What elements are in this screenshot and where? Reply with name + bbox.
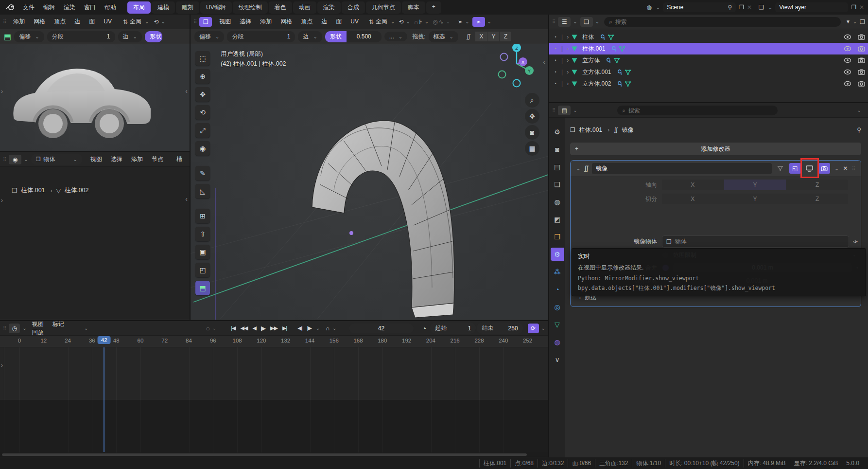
- previous-frame-button[interactable]: ◀|: [295, 324, 304, 333]
- new-collection-icon[interactable]: ❐: [860, 18, 865, 25]
- transform-orientation-dropdown[interactable]: 全局: [375, 16, 388, 28]
- bevel-shape-toggle[interactable]: 形状: [145, 31, 162, 42]
- playback-sync-toggle[interactable]: ⟳: [528, 324, 539, 333]
- properties-tab[interactable]: ⚙: [551, 125, 564, 138]
- bevel-segments-field[interactable]: 分段1: [47, 31, 115, 42]
- modifier-wrench-icon[interactable]: [615, 81, 622, 87]
- chevron-down-icon[interactable]: ⌄: [573, 19, 577, 24]
- disable-in-render-camera-icon[interactable]: [858, 34, 865, 40]
- properties-tab[interactable]: ◍: [551, 335, 564, 348]
- tool-button[interactable]: ✎: [195, 166, 210, 180]
- chevron-down-icon[interactable]: ⌄: [406, 19, 410, 24]
- breadcrumb-object[interactable]: 柱体.001: [579, 126, 602, 134]
- slot-menu[interactable]: 槽: [172, 153, 187, 165]
- viewport-menu-item[interactable]: 顶点: [50, 16, 70, 27]
- timeline-editor-type-icon[interactable]: ◷: [9, 324, 20, 333]
- workspace-tab[interactable]: 纹理绘制: [233, 1, 268, 14]
- play-reverse-button[interactable]: ◀: [250, 324, 258, 333]
- viewport-menu-item[interactable]: 面: [85, 16, 99, 27]
- properties-tab[interactable]: ◙: [551, 143, 564, 156]
- bevel-shape-toggle[interactable]: 形状: [325, 31, 347, 42]
- outliner-row[interactable]: • | › 立方体: [549, 54, 868, 66]
- pin-icon[interactable]: ⚲: [857, 126, 861, 133]
- shader-editor-type-icon[interactable]: ◉: [9, 155, 21, 164]
- viewlayer-selector[interactable]: ViewLayer: [775, 2, 848, 12]
- pivot-point-icon[interactable]: ⟲: [399, 18, 403, 25]
- viewport-menu-item[interactable]: UV: [99, 16, 116, 27]
- expand-row-icon[interactable]: ›: [567, 69, 569, 75]
- outliner-search[interactable]: ⌕: [604, 17, 841, 27]
- bisect-toggle[interactable]: X: [662, 194, 724, 204]
- chevron-down-icon[interactable]: ⌄: [212, 325, 216, 331]
- workspace-tab[interactable]: UV编辑: [200, 1, 232, 14]
- filter-icon[interactable]: ▼: [846, 19, 851, 24]
- expand-toolbar-icon[interactable]: ›: [1, 88, 3, 95]
- chevron-down-icon[interactable]: ⌄: [446, 19, 450, 24]
- drag-handle-icon[interactable]: ⠿: [193, 19, 196, 24]
- mesh-data-icon[interactable]: [613, 57, 620, 64]
- workspace-tab[interactable]: 布局: [127, 1, 151, 14]
- mesh-data-icon[interactable]: [619, 46, 625, 52]
- chevron-down-icon[interactable]: ⌄: [595, 19, 599, 24]
- viewport-menu-item[interactable]: 选择: [235, 16, 256, 27]
- properties-editor-type-icon[interactable]: ▤: [558, 106, 571, 115]
- workspace-tab[interactable]: 渲染: [317, 1, 341, 14]
- hide-in-viewport-eye-icon[interactable]: [844, 46, 851, 52]
- collapse-sidebar-icon[interactable]: ‹: [185, 195, 188, 203]
- add-modifier-button[interactable]: + 添加修改器: [570, 143, 861, 155]
- timeline-ruler[interactable]: 0122436424860728496108120132144156168180…: [0, 336, 548, 347]
- drag-handle-icon[interactable]: ⠿: [3, 19, 6, 24]
- tool-extra-options[interactable]: ...⌄: [384, 32, 407, 41]
- properties-tab[interactable]: ◍: [551, 195, 564, 208]
- shader-menu-item[interactable]: 添加: [127, 154, 147, 164]
- properties-tab[interactable]: ◎: [551, 300, 564, 313]
- bisect-toggle[interactable]: Y: [724, 194, 786, 204]
- tool-button[interactable]: ⊞: [195, 209, 210, 223]
- modifier-extras-menu-icon[interactable]: ⌄: [834, 165, 839, 172]
- workspace-tab[interactable]: 着色: [269, 1, 292, 14]
- breadcrumb-object[interactable]: 柱体.001: [21, 186, 45, 195]
- mirror-axis-toggle[interactable]: X: [475, 32, 487, 41]
- timeline-menu-item[interactable]: 标记: [48, 321, 69, 329]
- chevron-down-icon[interactable]: ⌄: [145, 19, 149, 24]
- chevron-down-icon[interactable]: ⌄: [332, 325, 336, 331]
- properties-tab[interactable]: ⁂: [551, 265, 564, 278]
- hide-in-viewport-eye-icon[interactable]: [844, 69, 851, 75]
- show-gizmo-icon[interactable]: ➣: [458, 18, 463, 25]
- topbar-menu-item[interactable]: 渲染: [59, 1, 80, 14]
- tool-button[interactable]: ⬒: [195, 281, 210, 295]
- modifier-wrench-icon[interactable]: [604, 57, 611, 64]
- tool-button[interactable]: ✥: [195, 87, 210, 102]
- tool-button[interactable]: ◺: [195, 184, 210, 198]
- chevron-down-icon[interactable]: ⌄: [316, 325, 320, 331]
- chevron-down-icon[interactable]: ⌄: [768, 5, 772, 10]
- viewport-menu-item[interactable]: UV: [346, 16, 363, 27]
- tool-button[interactable]: ⊕: [195, 69, 210, 84]
- axis-toggle[interactable]: Y: [724, 180, 786, 190]
- hide-in-viewport-eye-icon[interactable]: [844, 34, 851, 40]
- viewport-menu-item[interactable]: 面: [331, 16, 346, 27]
- expand-row-icon[interactable]: ›: [567, 57, 569, 64]
- modifier-wrench-icon[interactable]: [609, 46, 616, 52]
- drag-handle-icon[interactable]: ⠿: [3, 325, 6, 331]
- bevel-shape-value[interactable]: 0.500: [347, 31, 382, 42]
- collapse-sidebar-icon[interactable]: ‹: [543, 58, 545, 66]
- topbar-menu-item[interactable]: 帮助: [100, 1, 121, 14]
- proportional-edit-icon[interactable]: ◎: [433, 18, 437, 25]
- properties-search[interactable]: ⌕: [617, 106, 778, 115]
- jump-to-start-button[interactable]: |◀: [229, 324, 237, 333]
- breadcrumb-data[interactable]: 柱体.002: [65, 186, 88, 195]
- bevel-offset-type-dropdown[interactable]: 偏移⌄: [194, 31, 224, 42]
- tool-button[interactable]: ⟲: [195, 105, 210, 120]
- topbar-menu-item[interactable]: 窗口: [80, 1, 100, 14]
- shader-menu-item[interactable]: 选择: [106, 154, 127, 164]
- properties-tab[interactable]: ▽: [551, 318, 564, 331]
- shader-editor-canvas[interactable]: ❒ 柱体.001 › ▽ 柱体.002 › ‹: [0, 167, 190, 320]
- expand-region-icon[interactable]: ›: [1, 362, 3, 369]
- collapse-sidebar-icon[interactable]: ‹: [185, 87, 188, 95]
- current-frame-field[interactable]: 42: [349, 324, 414, 333]
- frame-start-field[interactable]: 起始1: [430, 323, 476, 334]
- next-keyframe-button[interactable]: ▶▶: [268, 324, 279, 333]
- hide-in-viewport-eye-icon[interactable]: [844, 57, 851, 63]
- outliner-search-input[interactable]: [615, 18, 836, 25]
